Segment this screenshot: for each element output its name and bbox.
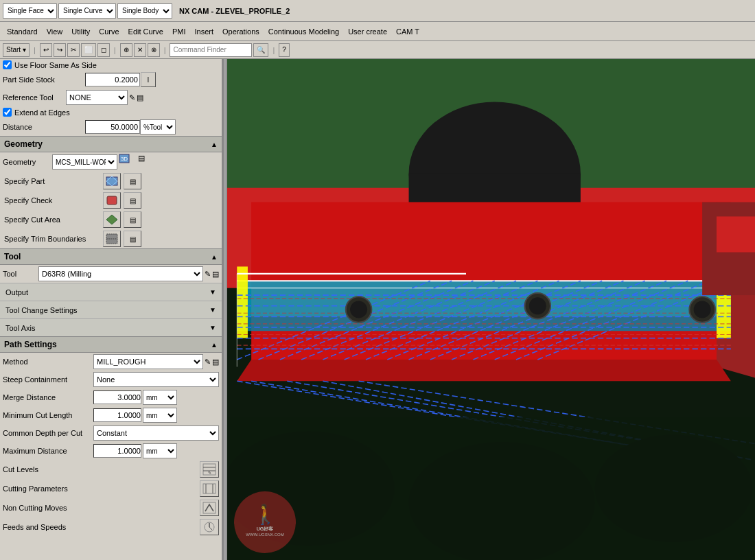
tool-change-row[interactable]: Tool Change Settings ▼: [0, 301, 222, 318]
toolbar-icon-7[interactable]: ✕: [134, 43, 146, 57]
svg-point-67: [529, 297, 546, 314]
method-label: Method: [3, 358, 92, 366]
cut-levels-label: Cut Levels: [3, 465, 200, 474]
specify-check-btn1[interactable]: [103, 192, 121, 209]
specify-trim-btn1[interactable]: [103, 231, 121, 247]
use-floor-label: Use Floor Same As Side: [14, 61, 97, 69]
curve-select[interactable]: Single Curve: [58, 3, 116, 19]
tool-section-header[interactable]: Tool ▲: [0, 248, 222, 265]
tool-option-btn[interactable]: ▤: [212, 270, 219, 279]
tool-label: Tool: [3, 270, 37, 278]
distance-input[interactable]: 50.0000: [85, 120, 140, 134]
toolbar-icon-1[interactable]: ↩: [40, 43, 52, 57]
3d-scene-svg: [227, 59, 755, 560]
menu-utility[interactable]: Utility: [67, 26, 94, 37]
command-finder-input[interactable]: [170, 43, 252, 57]
part-side-stock-label: Part Side Stock: [3, 75, 85, 84]
toolbar-icon-5[interactable]: ◻: [97, 43, 110, 57]
path-settings-header[interactable]: Path Settings ▲: [0, 336, 222, 353]
command-finder-search[interactable]: 🔍: [253, 43, 268, 57]
part-side-stock-input[interactable]: 0.2000: [85, 73, 140, 86]
merge-distance-row: Merge Distance mm in: [0, 388, 222, 406]
min-cut-length-input[interactable]: [93, 408, 141, 422]
geometry-edit-btn[interactable]: 3D: [119, 154, 137, 170]
specify-trim-btn2[interactable]: ▤: [124, 231, 141, 247]
tool-select[interactable]: D63R8 (Milling: [38, 266, 203, 281]
reference-tool-option-btn[interactable]: ▤: [137, 93, 143, 102]
cutting-parameters-label: Cutting Parameters: [3, 485, 200, 493]
feeds-speeds-btn[interactable]: [200, 519, 219, 535]
cut-levels-btn[interactable]: ✎: [200, 461, 219, 478]
command-toolbar: Start ▾ | ↩ ↪ ✂ ⬜ ◻ | ⊕ ✕ ⊗ | 🔍 | ?: [0, 41, 755, 59]
min-cut-length-label: Minimum Cut Length: [3, 411, 92, 419]
merge-distance-input[interactable]: [93, 390, 141, 404]
menu-view[interactable]: View: [43, 26, 67, 37]
svg-rect-12: [203, 484, 216, 493]
specify-part-row: Specify Part ▤: [0, 172, 222, 191]
output-label: Output: [5, 288, 28, 296]
common-depth-row: Common Depth per Cut Constant Variable: [0, 424, 222, 442]
reference-tool-select[interactable]: NONE: [66, 90, 128, 105]
specify-part-label: Specify Part: [4, 177, 100, 185]
tool-axis-row[interactable]: Tool Axis ▼: [0, 318, 222, 336]
extend-edges-label: Extend at Edges: [14, 108, 70, 117]
max-distance-unit[interactable]: mm in: [143, 443, 177, 458]
menu-cam-t[interactable]: CAM T: [392, 26, 423, 37]
reference-tool-edit-btn[interactable]: ✎: [129, 93, 135, 102]
distance-unit-select[interactable]: %Tool mm: [140, 119, 176, 135]
toolbar-icon-6[interactable]: ⊕: [120, 43, 132, 57]
specify-part-btn2[interactable]: ▤: [124, 173, 141, 189]
tool-edit-btn[interactable]: ✎: [205, 270, 211, 279]
toolbar-icon-2[interactable]: ↪: [54, 43, 66, 57]
use-floor-checkbox[interactable]: [3, 60, 12, 69]
specify-part-btn1[interactable]: [103, 173, 121, 189]
3d-viewport[interactable]: 🚶 UG好客 WWW.UGSNX.COM: [227, 59, 755, 560]
min-cut-length-unit[interactable]: mm in: [143, 408, 177, 423]
geometry-option-btn[interactable]: ▤: [138, 154, 156, 170]
specify-trim-label: Specify Trim Boundaries: [4, 235, 100, 243]
method-option-btn[interactable]: ▤: [212, 358, 219, 366]
method-row: Method MILL_ROUGH ✎ ▤: [0, 353, 222, 371]
extend-edges-checkbox[interactable]: [3, 108, 12, 117]
specify-cut-area-row: Specify Cut Area ▤: [0, 210, 222, 229]
face-select[interactable]: Single Face: [3, 3, 57, 19]
tool-collapse-icon: ▲: [211, 253, 218, 261]
reference-tool-label: Reference Tool: [3, 93, 65, 102]
menu-curve[interactable]: Curve: [95, 26, 123, 37]
menu-user-create[interactable]: User create: [344, 26, 391, 37]
merge-distance-unit[interactable]: mm in: [143, 390, 177, 405]
specify-check-btn2[interactable]: ▤: [124, 192, 141, 209]
toolbar-icon-4[interactable]: ⬜: [81, 43, 96, 57]
output-row[interactable]: Output ▼: [0, 283, 222, 301]
toolbar-icon-8[interactable]: ⊗: [148, 43, 160, 57]
menu-operations[interactable]: Operations: [218, 26, 264, 37]
start-button[interactable]: Start ▾: [3, 43, 30, 57]
specify-cut-area-btn2[interactable]: ▤: [124, 211, 141, 228]
feeds-speeds-row: Feeds and Speeds: [0, 517, 222, 537]
part-side-stock-unit-btn[interactable]: I: [141, 72, 156, 87]
menubar: Standard View Utility Curve Edit Curve P…: [0, 22, 755, 41]
geometry-section-header[interactable]: Geometry ▲: [0, 136, 222, 152]
menu-standard[interactable]: Standard: [3, 26, 42, 37]
max-distance-input[interactable]: [93, 444, 141, 458]
min-cut-length-row: Minimum Cut Length mm in: [0, 406, 222, 424]
menu-edit-curve[interactable]: Edit Curve: [124, 26, 167, 37]
cutting-parameters-btn[interactable]: [200, 480, 219, 497]
feeds-speeds-label: Feeds and Speeds: [3, 523, 200, 531]
svg-marker-5: [106, 215, 117, 224]
method-edit-btn[interactable]: ✎: [205, 358, 211, 366]
menu-pmi[interactable]: PMI: [168, 26, 190, 37]
menu-continuous-modeling[interactable]: Continuous Modeling: [264, 26, 343, 37]
steep-containment-select[interactable]: None Steep Only: [93, 372, 219, 387]
menu-insert[interactable]: Insert: [190, 26, 218, 37]
geometry-dropdown-select[interactable]: MCS_MILL-WOF: [52, 154, 117, 170]
method-select[interactable]: MILL_ROUGH: [93, 354, 203, 369]
non-cutting-moves-btn[interactable]: [200, 500, 219, 516]
merge-distance-label: Merge Distance: [3, 393, 92, 401]
body-select[interactable]: Single Body: [117, 3, 172, 19]
common-depth-select[interactable]: Constant Variable: [93, 425, 219, 441]
specify-cut-area-btn1[interactable]: [103, 211, 121, 228]
non-cutting-moves-label: Non Cutting Moves: [3, 504, 200, 512]
toolbar-right-1[interactable]: ?: [279, 43, 290, 57]
toolbar-icon-3[interactable]: ✂: [67, 43, 80, 57]
